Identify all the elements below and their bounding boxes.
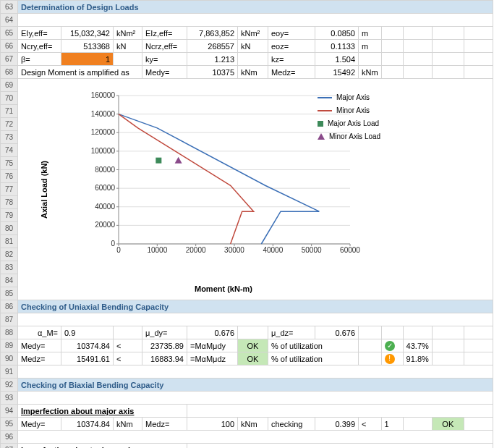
cell[interactable] — [432, 27, 464, 40]
cell[interactable] — [238, 326, 268, 339]
cell[interactable] — [359, 339, 382, 352]
cell[interactable]: kN — [114, 40, 142, 53]
cell[interactable]: kN — [238, 40, 268, 53]
cell[interactable]: Medz= — [142, 418, 187, 431]
cell[interactable] — [464, 27, 493, 40]
cell[interactable]: kNm — [114, 418, 142, 431]
row-header[interactable]: 89 — [1, 339, 18, 352]
row-header[interactable]: 95 — [1, 418, 18, 431]
cell[interactable] — [381, 53, 403, 66]
status-badge[interactable]: ✓ — [381, 339, 403, 352]
row-header[interactable]: 66 — [1, 40, 18, 53]
cell[interactable] — [432, 53, 464, 66]
cell[interactable]: eoy= — [268, 27, 315, 40]
cell[interactable]: μ_dz= — [268, 326, 315, 339]
cell[interactable] — [359, 352, 382, 365]
cell[interactable]: Medz= — [268, 66, 315, 79]
cell[interactable] — [381, 40, 403, 53]
cell[interactable]: % of utilization — [268, 339, 359, 352]
cell[interactable]: 100 — [187, 418, 238, 431]
cell[interactable]: 16883.94 — [142, 352, 187, 365]
cell[interactable]: 15491.61 — [61, 352, 114, 365]
row-header[interactable]: 67 — [1, 53, 18, 66]
cell[interactable]: Ncry,eff= — [18, 40, 61, 53]
cell[interactable] — [464, 352, 493, 365]
section-title[interactable]: Checking of Biaxial Bending Capacity — [18, 379, 493, 392]
cell[interactable] — [359, 326, 382, 339]
cell[interactable]: 23735.89 — [142, 339, 187, 352]
cell[interactable] — [187, 444, 493, 449]
cell[interactable] — [464, 418, 493, 431]
row-header[interactable]: 78 — [1, 196, 18, 209]
cell[interactable]: < — [114, 352, 142, 365]
row-header[interactable]: 90 — [1, 352, 18, 365]
cell[interactable]: Medz= — [18, 352, 61, 365]
cell[interactable] — [432, 66, 464, 79]
cell[interactable]: m — [359, 40, 382, 53]
row-header[interactable]: 68 — [1, 66, 18, 79]
row-header[interactable]: 86 — [1, 300, 18, 313]
row-header[interactable]: 73 — [1, 131, 18, 144]
row-header[interactable]: 69 — [1, 79, 18, 92]
cell[interactable] — [432, 339, 464, 352]
cell[interactable] — [464, 326, 493, 339]
cell[interactable]: Ncrz,eff= — [142, 40, 187, 53]
row-header[interactable]: 74 — [1, 144, 18, 157]
cell[interactable] — [187, 405, 493, 418]
cell[interactable] — [18, 365, 493, 379]
cell[interactable]: m — [359, 27, 382, 40]
cell[interactable]: β= — [18, 53, 61, 66]
cell[interactable] — [464, 40, 493, 53]
cell[interactable] — [464, 66, 493, 79]
cell[interactable] — [403, 53, 432, 66]
cell[interactable]: EIz,eff= — [142, 27, 187, 40]
cell[interactable]: =MαMμdy — [187, 339, 238, 352]
row-header[interactable]: 93 — [1, 392, 18, 405]
cell[interactable]: 0.676 — [315, 326, 359, 339]
cell[interactable]: 513368 — [61, 40, 114, 53]
cell[interactable]: Medy= — [18, 339, 61, 352]
cell[interactable]: 15492 — [315, 66, 359, 79]
cell[interactable]: 1.213 — [187, 53, 238, 66]
cell[interactable]: % of utilization — [268, 352, 359, 365]
cell-highlighted[interactable]: 1 — [61, 53, 114, 66]
cell[interactable]: 0.9 — [61, 326, 114, 339]
row-header[interactable]: 71 — [1, 105, 18, 118]
cell[interactable]: kNm — [238, 66, 268, 79]
cell[interactable]: 1.504 — [315, 53, 359, 66]
cell[interactable]: 1 — [381, 418, 403, 431]
section-title[interactable]: Determination of Design Loads — [18, 1, 493, 14]
row-header[interactable]: 87 — [1, 313, 18, 326]
row-header[interactable]: 85 — [1, 287, 18, 300]
row-header[interactable]: 94 — [1, 405, 18, 418]
section-title[interactable]: Checking of Uniaxial Bending Capacity — [18, 300, 493, 313]
cell[interactable]: 10374.84 — [61, 418, 114, 431]
sub-header[interactable]: Imperfection about major axis — [18, 405, 187, 418]
cell[interactable]: kz= — [268, 53, 315, 66]
cell[interactable] — [432, 326, 464, 339]
cell[interactable]: 0.399 — [315, 418, 359, 431]
cell[interactable]: 0.676 — [187, 326, 238, 339]
cell[interactable] — [432, 352, 464, 365]
row-header[interactable]: 88 — [1, 326, 18, 339]
row-header[interactable]: 80 — [1, 222, 18, 235]
row-header[interactable]: 76 — [1, 170, 18, 183]
cell[interactable]: EIy,eff= — [18, 27, 61, 40]
cell[interactable] — [432, 40, 464, 53]
cell[interactable]: Medy= — [142, 66, 187, 79]
cell[interactable] — [464, 339, 493, 352]
cell[interactable]: =MαMμdz — [187, 352, 238, 365]
cell[interactable]: 7,863,852 — [187, 27, 238, 40]
cell[interactable] — [403, 418, 432, 431]
cell[interactable] — [381, 27, 403, 40]
status-ok[interactable]: OK — [432, 418, 464, 431]
row-header[interactable]: 77 — [1, 183, 18, 196]
chart-container[interactable]: Axial Load (kN) Moment (kN-m) 0200004000… — [18, 79, 493, 300]
cell[interactable]: kNm — [238, 418, 268, 431]
cell[interactable] — [359, 53, 382, 66]
cell[interactable] — [403, 40, 432, 53]
cell[interactable]: Medy= — [18, 418, 61, 431]
cell[interactable]: 91.8% — [403, 352, 432, 365]
row-header[interactable]: 75 — [1, 157, 18, 170]
cell[interactable]: 10375 — [187, 66, 238, 79]
